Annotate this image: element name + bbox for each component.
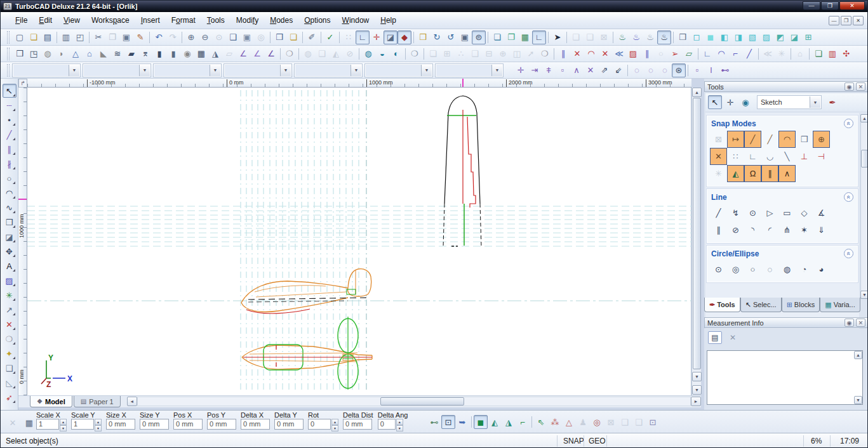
snap-perpendicular-icon[interactable]: ∟ [744,148,761,165]
snap-facet-icon[interactable]: ◭ [727,165,744,182]
view-iso-nw-icon[interactable]: ⊞ [801,30,815,44]
spline-3d-icon[interactable]: ∠ [250,47,264,61]
tab-model[interactable]: ❖Model [30,396,72,407]
style-select-4[interactable]: ▼ [224,64,291,77]
box-3d-icon[interactable]: ❒ [13,47,27,61]
close-button[interactable]: ✕ [839,1,865,10]
view-bottom-icon[interactable]: ▨ [759,30,773,44]
menu-view[interactable]: View [58,14,86,27]
array-panel-icon[interactable]: ◫ [510,47,524,61]
circle-double-point-icon[interactable]: ○ [744,261,761,278]
menu-format[interactable]: Format [166,14,201,27]
box-points-icon[interactable]: ◳ [27,47,41,61]
render-quality-icon[interactable]: ♨ [657,30,671,44]
print-layout-icon[interactable]: ❒ [272,30,286,44]
cut-icon[interactable]: ✂ [91,30,105,44]
view-right-icon[interactable]: ◨ [731,30,745,44]
wedge-icon[interactable]: ◣ [97,47,110,61]
redo-icon[interactable]: ↷ [166,30,180,44]
spinner-control[interactable]: ▴▾ [331,419,338,430]
save-all-icon[interactable]: ❏ [286,30,300,44]
horizontal-ruler[interactable]: -1000 mm0 mm1000 mm2000 mm3000 mm [27,79,691,88]
rays-icon[interactable]: ≪ [761,47,775,61]
select-next-icon[interactable]: ❑ [632,415,646,429]
scroll-right-icon[interactable]: ► [691,397,701,406]
point-move-icon[interactable]: ▫ [690,63,704,77]
canvas-horizontal-scrollbar[interactable] [137,397,691,406]
snap-parallel-icon[interactable]: ∥ [761,165,778,182]
cylinder-icon[interactable]: ▮ [152,47,166,61]
style-select-2[interactable]: ▼ [83,64,150,77]
arc-edit-icon[interactable]: ◠ [584,47,598,61]
inspector-calc-icon[interactable]: ▦ [22,416,36,430]
mdi-restore-button[interactable]: ❐ [841,16,851,25]
cone-icon[interactable]: △ [69,47,83,61]
chevron-down-icon[interactable]: ▼ [421,65,432,76]
parallel-copy-icon[interactable]: ∥ [640,47,654,61]
vertical-ruler[interactable]: 1000 mm0 mm [18,88,27,395]
pin-icon[interactable]: ◉ [845,319,854,327]
cylinder-hole-icon[interactable]: ▮ [166,47,180,61]
draft-mode-icon[interactable]: ◪ [384,30,397,44]
frame-tool-icon[interactable]: ❑ [3,361,17,375]
circle-rotated-ellipse-icon[interactable]: ◕ [813,261,830,278]
scroll-up-icon[interactable]: ▲ [692,88,702,97]
scroll-down2-icon[interactable]: ▼ [692,385,702,395]
snap-grid-point-icon[interactable]: ∷ [727,148,744,165]
render-draft-icon[interactable]: ♨ [643,30,657,44]
circle-node2-icon[interactable]: ◌ [644,63,658,77]
collapse-chevron-icon[interactable]: « [844,192,853,202]
blob-tool-icon[interactable]: ❍ [3,332,17,346]
pick-entity-icon[interactable]: ➢ [668,47,682,61]
sphere-gray-icon[interactable]: ◍ [301,47,315,61]
multiline-tool-icon[interactable]: ∦ [3,157,17,171]
palette-tab-tools[interactable]: ✒Tools [704,298,740,312]
symmetry-icon[interactable]: ✣ [839,47,853,61]
render-mode-icon[interactable]: ◆ [397,30,411,44]
arc-tool-icon[interactable]: ◠ [3,186,17,200]
dimension-tool-icon[interactable]: ↗ [3,303,17,317]
circle-node3-icon[interactable]: ◌ [658,63,672,77]
render-wireframe-icon[interactable]: ♨ [615,30,629,44]
hemisphere-icon[interactable]: ◗ [55,47,69,61]
snap-midpoint-icon[interactable]: ╱ [761,131,778,148]
snap-angle-icon[interactable]: ∧ [778,165,796,182]
snap-vertical-icon[interactable]: ⊥ [796,148,813,165]
blob-icon[interactable]: ❍ [283,47,297,61]
scroll-left-icon[interactable]: ◄ [127,397,137,406]
pen-icon[interactable]: ✐ [305,30,319,44]
starburst-icon[interactable]: ✳ [775,47,789,61]
revolve-icon[interactable]: ⌆ [138,47,152,61]
restore-button[interactable]: ❐ [821,1,839,10]
workspace-style-select[interactable]: Sketch ▼ [758,96,821,109]
line-parallel-icon[interactable]: ∥ [710,221,727,239]
coordinate-axes-icon[interactable]: ∟ [356,30,370,44]
select-bounds-icon[interactable]: ❑ [583,30,597,44]
symbol-tool-icon[interactable]: ✳ [3,288,17,302]
line-polyline-icon[interactable]: ↯ [727,204,744,221]
sphere-icon[interactable]: ◍ [41,47,55,61]
spinner-control[interactable]: ▴▾ [60,419,67,430]
pin-icon[interactable]: ◉ [845,82,854,91]
curve-tool-icon[interactable]: ∿ [3,201,17,214]
stretch-icon[interactable]: ⇗ [598,63,611,77]
panel-world-icon[interactable]: ◉ [738,95,752,109]
style-select-6[interactable]: ▼ [365,64,432,77]
new-icon[interactable]: ▢ [13,30,27,44]
palette-tab-selection[interactable]: ↖Selec... [740,298,782,312]
node-box-icon[interactable]: ▫ [556,63,570,77]
line-vector-icon[interactable]: ⇓ [813,221,830,239]
report-icon[interactable]: ▤ [708,331,722,344]
circle-node-icon[interactable]: ◌ [630,63,644,77]
trim-x-icon[interactable]: ✕ [570,47,584,61]
cross-node-icon[interactable]: ✕ [584,63,598,77]
zoom-out-icon[interactable]: ⊖ [198,30,212,44]
picker-tool-icon[interactable]: ➶ [3,390,17,404]
chevron-down-icon[interactable]: ▼ [810,96,820,108]
spell-check-icon[interactable]: ✓ [323,30,337,44]
line-polygon-center-icon[interactable]: ⊙ [744,204,761,221]
shape-tool-icon[interactable]: ◺ [3,376,17,390]
peak-node-icon[interactable]: ∧ [570,63,584,77]
line-rectangle-icon[interactable]: ▭ [778,204,796,221]
copy-image-icon[interactable]: ❏ [490,30,504,44]
